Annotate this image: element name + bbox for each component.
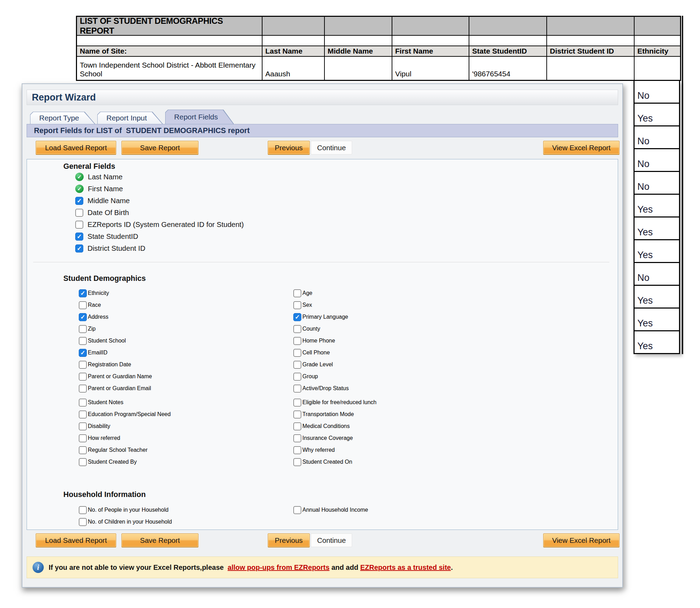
field-option-ezreports-id-system-generated-id-for-student[interactable]: EZReports ID (System Generated ID for St… [27,219,618,230]
field-option-cell-phone[interactable]: Cell Phone [293,349,330,357]
checkbox-unchecked-icon[interactable] [293,399,301,407]
checkbox-checked-icon[interactable]: ✓ [75,233,83,241]
tab-report-input[interactable]: Report Input [97,112,163,124]
field-option-primary-language[interactable]: ✓Primary Language [293,313,348,321]
checkbox-unchecked-icon[interactable] [79,446,87,454]
sheet-data-cell: '986765454 [469,57,547,80]
checkbox-unchecked-icon[interactable] [293,422,301,430]
field-label: Active/Drop Status [302,385,349,392]
allow-popups-link[interactable]: allow pop-ups from EZReports [227,564,329,571]
checkbox-unchecked-icon[interactable] [293,301,301,309]
field-option-medical-conditions[interactable]: Medical Conditions [293,422,350,430]
field-option-age[interactable]: Age [293,289,312,297]
checkbox-unchecked-icon[interactable] [293,458,301,466]
field-option-student-created-by[interactable]: Student Created By [79,458,293,466]
continue-button[interactable]: Continue [311,141,352,154]
checkbox-checked-icon[interactable]: ✓ [75,197,83,205]
checkbox-unchecked-icon[interactable] [79,399,87,407]
checkbox-unchecked-icon[interactable] [79,325,87,333]
field-option-zip[interactable]: Zip [79,325,293,333]
checkbox-checked-icon[interactable]: ✓ [79,349,87,357]
field-option-sex[interactable]: Sex [293,301,312,309]
field-option-regular-school-teacher[interactable]: Regular School Teacher [79,446,293,454]
sheet-title-empty-cell [547,17,635,36]
field-option-no-of-people-in-your-household[interactable]: No. of People in your Household [79,506,293,514]
field-option-student-school[interactable]: Student School [79,337,293,345]
field-option-how-referred[interactable]: How referred [79,434,293,442]
checkbox-unchecked-icon[interactable] [79,337,87,345]
checkbox-unchecked-icon[interactable] [79,361,87,369]
checkbox-unchecked-icon[interactable] [293,289,301,297]
field-option-home-phone[interactable]: Home Phone [293,337,335,345]
field-option-disability[interactable]: Disability [79,422,293,430]
sheet-row: LIST OF STUDENT DEMOGRAPHICS REPORT [77,17,680,36]
checkbox-checked-icon[interactable]: ✓ [75,244,83,253]
field-option-ethnicity[interactable]: ✓Ethnicity [79,289,293,297]
checkbox-unchecked-icon[interactable] [79,506,87,514]
trusted-site-link[interactable]: EZReports as a trusted site [360,564,451,571]
field-option-parent-or-guardian-email[interactable]: Parent or Guardian Email [79,385,293,393]
checkbox-unchecked-icon[interactable] [79,518,87,526]
checkbox-checked-icon[interactable]: ✓ [293,313,301,321]
checkbox-unchecked-icon[interactable] [293,361,301,369]
previous-button-bottom[interactable]: Previous [268,533,310,547]
field-option-registration-date[interactable]: Registration Date [79,361,293,369]
checkbox-unchecked-icon[interactable] [293,385,301,393]
checkbox-unchecked-icon[interactable] [79,434,87,442]
field-option-parent-or-guardian-name[interactable]: Parent or Guardian Name [79,373,293,381]
checkbox-unchecked-icon[interactable] [293,337,301,345]
checkbox-unchecked-icon[interactable] [293,349,301,357]
checkbox-checked-icon[interactable]: ✓ [79,289,87,297]
field-label: State StudentID [88,232,138,241]
field-option-why-referred[interactable]: Why referred [293,446,335,454]
save-report-button[interactable]: Save Report [121,141,198,154]
continue-button-bottom[interactable]: Continue [311,533,352,547]
checkbox-unchecked-icon[interactable] [75,221,83,229]
field-option-race[interactable]: Race [79,301,293,309]
checkbox-unchecked-icon[interactable] [293,410,301,419]
checkbox-checked-icon[interactable]: ✓ [79,313,87,321]
view-excel-report-button[interactable]: View Excel Report [543,141,620,154]
field-option-county[interactable]: County [293,325,320,333]
field-option-emailid[interactable]: ✓EmailID [79,349,293,357]
ethnicity-value-cell: Yes [635,195,679,217]
field-option-education-program-special-need[interactable]: Education Program/Special Need [79,410,293,419]
field-option-no-of-children-in-your-household[interactable]: No. of Children in your Household [79,518,293,526]
checkbox-unchecked-icon[interactable] [79,422,87,430]
field-option-annual-household-income[interactable]: Annual Household Income [293,506,368,514]
field-option-date-of-birth[interactable]: Date Of Birth [27,207,618,219]
checkbox-unchecked-icon[interactable] [79,410,87,419]
checkbox-unchecked-icon[interactable] [293,506,301,514]
checkbox-unchecked-icon[interactable] [79,385,87,393]
tab-report-fields[interactable]: Report Fields [165,110,234,124]
field-option-active-drop-status[interactable]: Active/Drop Status [293,385,349,393]
field-option-state-studentid[interactable]: ✓State StudentID [27,230,618,242]
checkbox-unchecked-icon[interactable] [75,209,83,217]
checkbox-unchecked-icon[interactable] [293,373,301,381]
checkbox-unchecked-icon[interactable] [293,446,301,454]
field-option-district-student-id[interactable]: ✓District Student ID [27,242,618,254]
field-option-transportation-mode[interactable]: Transportation Mode [293,410,354,419]
save-report-button-bottom[interactable]: Save Report [121,533,198,547]
checkbox-unchecked-icon[interactable] [293,434,301,442]
checkbox-unchecked-icon[interactable] [293,325,301,333]
field-option-eligible-for-free-reduced-lunch[interactable]: Eligible for free/reduced lunch [293,399,377,407]
previous-button[interactable]: Previous [268,141,310,154]
field-option-insurance-coverage[interactable]: Insurance Coverage [293,434,353,442]
view-excel-report-button-bottom[interactable]: View Excel Report [543,533,620,547]
demographics-row: Student NotesEligible for free/reduced l… [27,396,618,408]
checkbox-unchecked-icon[interactable] [79,301,87,309]
field-option-group[interactable]: Group [293,373,318,381]
load-saved-report-button-bottom[interactable]: Load Saved Report [36,533,116,547]
checkbox-unchecked-icon[interactable] [79,458,87,466]
tab-report-type[interactable]: Report Type [30,112,95,124]
load-saved-report-button[interactable]: Load Saved Report [36,141,116,154]
field-option-address[interactable]: ✓Address [79,313,293,321]
field-option-student-created-on[interactable]: Student Created On [293,458,352,466]
field-option-student-notes[interactable]: Student Notes [79,399,293,407]
demographics-row: Parent or Guardian EmailActive/Drop Stat… [27,382,618,394]
field-option-middle-name[interactable]: ✓Middle Name [27,195,618,207]
checkbox-unchecked-icon[interactable] [79,373,87,381]
field-label: No. of Children in your Household [88,519,172,525]
field-option-grade-level[interactable]: Grade Level [293,361,333,369]
